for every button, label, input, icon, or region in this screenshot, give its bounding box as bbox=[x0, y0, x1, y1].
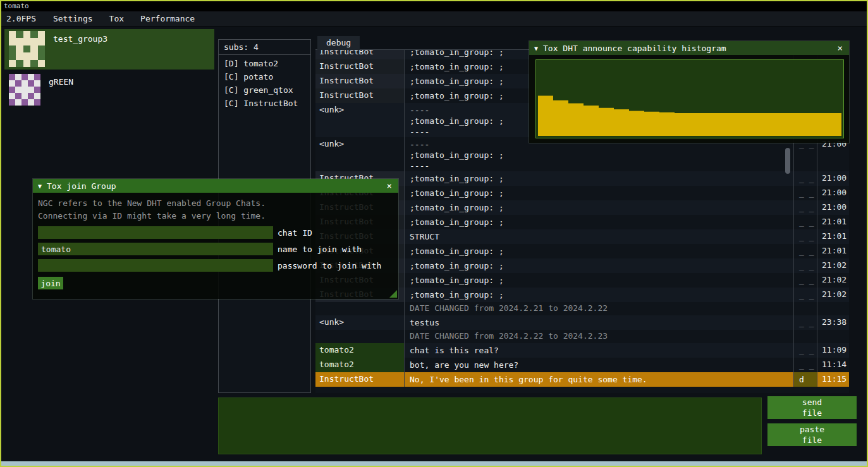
message-time bbox=[817, 302, 849, 315]
message-line: ;tomato_in_group: ; bbox=[410, 217, 788, 227]
join-group-window: ▼ Tox join Group × NGC refers to the New… bbox=[33, 179, 398, 299]
date-separator: DATE CHANGED from 2024.2.21 to 2024.2.22 bbox=[315, 302, 849, 315]
date-text: DATE CHANGED from 2024.2.21 to 2024.2.22 bbox=[404, 302, 794, 315]
message-time: 23:38 bbox=[817, 315, 849, 330]
sender-name: tomato2 bbox=[315, 358, 404, 372]
message-text: STRUCT bbox=[404, 229, 794, 244]
message-flags: _ _ bbox=[794, 258, 817, 273]
join-group-titlebar[interactable]: ▼ Tox join Group × bbox=[33, 179, 398, 193]
message-text: ;tomato_in_group: ; bbox=[404, 244, 794, 258]
join-button[interactable]: join bbox=[38, 277, 63, 289]
message-line: ;tomato_in_group: ; bbox=[410, 173, 788, 184]
message-flags: _ _ bbox=[794, 200, 817, 215]
member-item-instructbot[interactable]: [C] InstructBot bbox=[219, 97, 310, 110]
message-time: 21:01 bbox=[817, 244, 849, 258]
sidebar-item-test-group3[interactable]: test_group3 bbox=[4, 29, 214, 70]
chat-row[interactable]: <unk>testus_ _23:38 bbox=[315, 315, 849, 330]
tab-debug[interactable]: debug bbox=[317, 36, 360, 50]
sidebar-item-green[interactable]: gREEN bbox=[4, 72, 214, 110]
message-flags: _ _ bbox=[794, 244, 817, 258]
message-flags: _ _ bbox=[794, 288, 817, 302]
collapse-arrow-icon[interactable]: ▼ bbox=[38, 183, 42, 190]
message-time: 21:00 bbox=[817, 186, 849, 200]
join-password-input[interactable] bbox=[38, 259, 273, 272]
message-flags: _ _ bbox=[794, 358, 817, 372]
member-item-tomato2[interactable]: [D] tomato2 bbox=[219, 57, 310, 70]
message-line: ;tomato_in_group: ; bbox=[410, 260, 788, 271]
message-text: ;tomato_in_group: ; bbox=[404, 258, 794, 273]
message-text: bot, are you new here? bbox=[404, 358, 794, 372]
join-group-body: NGC refers to the New DHT enabled Group … bbox=[33, 193, 398, 289]
message-input[interactable] bbox=[218, 397, 762, 454]
chat-row[interactable]: tomato2bot, are you new here?_ _11:14 bbox=[315, 358, 849, 372]
menu-bar: 2.0FPS Settings Tox Performance bbox=[1, 11, 867, 27]
window-title-text: Tox join Group bbox=[47, 181, 116, 191]
sender-name: InstructBot bbox=[315, 372, 404, 387]
chat-scrollbar-thumb[interactable] bbox=[785, 148, 790, 174]
chat-row[interactable]: InstructBotNo, I've been in this group f… bbox=[315, 372, 849, 387]
sender-name: InstructBot bbox=[315, 74, 404, 88]
member-item-green-qtox[interactable]: [C] green_qtox bbox=[219, 83, 310, 97]
histogram-plot[interactable] bbox=[535, 59, 844, 138]
message-text: ;tomato_in_group: ; bbox=[404, 200, 794, 215]
message-text: ;tomato_in_group: ; bbox=[404, 273, 794, 288]
dht-histogram-window: ▼ Tox DHT announce capability histogram … bbox=[529, 41, 849, 143]
message-time: 21:02 bbox=[817, 258, 849, 273]
menu-settings[interactable]: Settings bbox=[45, 11, 101, 27]
resize-grip[interactable] bbox=[389, 290, 397, 298]
message-time: 21:00 bbox=[817, 171, 849, 186]
close-icon[interactable]: × bbox=[836, 43, 844, 53]
message-time: 21:01 bbox=[817, 229, 849, 244]
message-line: ;tomato_in_group: ; bbox=[410, 188, 788, 198]
chat-id-label: chat ID bbox=[278, 228, 312, 238]
taskbar-strip bbox=[1, 461, 867, 466]
chat-id-input[interactable] bbox=[38, 226, 273, 239]
separator bbox=[219, 54, 310, 55]
message-flags: _ _ bbox=[794, 171, 817, 186]
sender-name: tomato2 bbox=[315, 343, 404, 358]
message-text: ;tomato_in_group: ; bbox=[404, 288, 794, 302]
menu-performance[interactable]: Performance bbox=[132, 11, 203, 27]
message-line: chat is this real? bbox=[410, 345, 788, 356]
message-flags: _ _ bbox=[794, 315, 817, 330]
message-flags bbox=[794, 302, 817, 315]
message-text: ;tomato_in_group: ; bbox=[404, 215, 794, 229]
menu-tox[interactable]: Tox bbox=[101, 11, 132, 27]
message-flags: _ _ bbox=[794, 215, 817, 229]
sender-name: InstructBot bbox=[315, 59, 404, 74]
message-flags bbox=[794, 330, 817, 343]
join-name-input[interactable] bbox=[38, 243, 273, 255]
group-name: test_group3 bbox=[45, 29, 107, 70]
date-spacer bbox=[315, 330, 404, 343]
member-tag: [D] bbox=[224, 59, 238, 68]
join-name-label: name to join with bbox=[278, 245, 362, 254]
date-spacer bbox=[315, 302, 404, 315]
close-icon[interactable]: × bbox=[386, 181, 393, 191]
message-line: bot, are you new here? bbox=[410, 360, 788, 370]
paste-file-button[interactable]: paste file bbox=[767, 423, 857, 446]
sender-name: InstructBot bbox=[315, 50, 404, 59]
message-line: ;tomato_in_group: ; bbox=[410, 246, 788, 257]
ngc-info-line2: Connecting via ID might take a very long… bbox=[38, 210, 393, 222]
message-line: No, I've been in this group for quite so… bbox=[410, 374, 788, 385]
member-name: tomato2 bbox=[243, 59, 278, 68]
window-title-text: Tox DHT announce capability histogram bbox=[543, 44, 726, 53]
sender-name: <unk> bbox=[315, 103, 404, 137]
app-window: tomato 2.0FPS Settings Tox Performance t… bbox=[0, 0, 868, 467]
dht-histogram-titlebar[interactable]: ▼ Tox DHT announce capability histogram … bbox=[529, 41, 849, 55]
group-avatar bbox=[9, 31, 45, 67]
window-title: tomato bbox=[1, 1, 867, 11]
member-item-potato[interactable]: [C] potato bbox=[219, 70, 310, 83]
collapse-arrow-icon[interactable]: ▼ bbox=[534, 45, 538, 52]
sender-name: InstructBot bbox=[315, 88, 404, 103]
chat-row[interactable]: tomato2chat is this real?_ _11:09 bbox=[315, 343, 849, 358]
message-line: ;tomato_in_group: ; bbox=[410, 289, 788, 300]
message-text: chat is this real? bbox=[404, 343, 794, 358]
message-text: ;tomato_in_group: ; bbox=[404, 171, 794, 186]
message-flags: _ _ bbox=[794, 273, 817, 288]
group-name: gREEN bbox=[40, 72, 73, 110]
date-separator: DATE CHANGED from 2024.2.22 to 2024.2.23 bbox=[315, 330, 849, 343]
message-flags: _ _ bbox=[794, 229, 817, 244]
send-file-button[interactable]: send file bbox=[767, 396, 857, 419]
member-tag: [C] bbox=[224, 85, 238, 95]
